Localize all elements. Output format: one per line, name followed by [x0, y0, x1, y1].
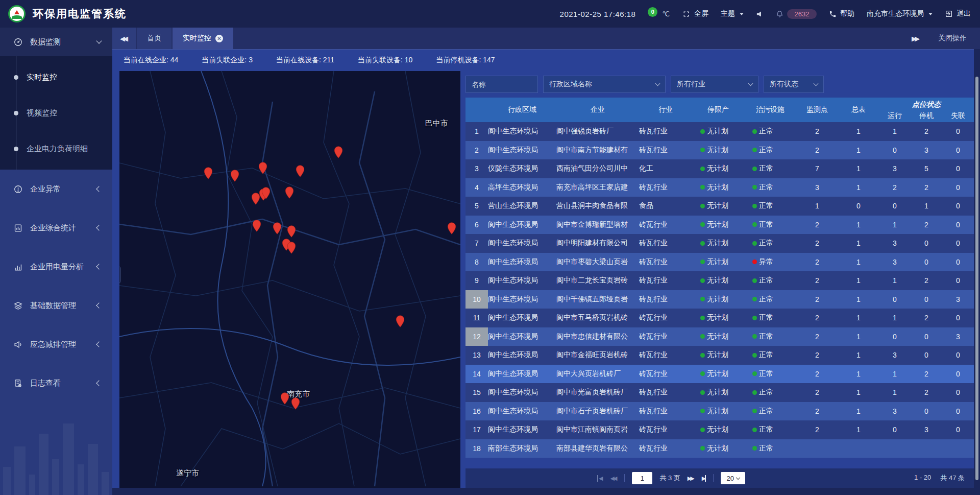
- fullscreen-button[interactable]: 全屏: [682, 9, 708, 18]
- table-row[interactable]: 17阆中生态环境局阆中市江南镇阆南页岩砖瓦行业无计划正常21030: [465, 420, 974, 439]
- status-dot-icon: [700, 241, 705, 246]
- sidebar-item-7[interactable]: 日志查看: [0, 364, 112, 403]
- sidebar-item-6[interactable]: 应急减排管理: [0, 325, 112, 364]
- temperature-widget: 0 ℃: [648, 10, 670, 18]
- points-cell: 2: [796, 388, 838, 396]
- facility-status-cell: 正常: [744, 127, 796, 136]
- last-page-button[interactable]: ▶: [702, 475, 706, 482]
- facility-status-label: 正常: [759, 425, 773, 434]
- company-cell: 阆中市石子页岩机砖厂: [556, 407, 639, 416]
- facility-status-cell: 正常: [744, 146, 796, 155]
- sidebar-item-1[interactable]: 数据监测: [0, 28, 112, 56]
- table-row[interactable]: 2阆中生态环境局阆中市南方节能建材有砖瓦行业无计划正常21030: [465, 141, 974, 160]
- table-row[interactable]: 9阆中生态环境局阆中市二龙长宝页岩砖砖瓦行业无计划正常21120: [465, 271, 974, 290]
- run-count-cell: 1: [879, 314, 911, 322]
- row-index-cell: 8: [465, 253, 488, 272]
- sidebar-item-5[interactable]: 基础数据管理: [0, 286, 112, 325]
- facility-status-label: 正常: [759, 295, 773, 304]
- org-dropdown[interactable]: 南充市生态环境局: [867, 9, 933, 18]
- map-pin-icon[interactable]: [230, 170, 239, 184]
- table-row[interactable]: 3仪陇生态环境局西南油气田分公司川中化工无计划正常71350: [465, 159, 974, 178]
- close-icon[interactable]: ✕: [215, 35, 223, 42]
- map-pin-icon[interactable]: [273, 222, 282, 237]
- sidebar-subitem[interactable]: 视频监控: [0, 95, 112, 131]
- map-pin-icon[interactable]: [296, 165, 305, 179]
- map-pin-icon[interactable]: [291, 397, 300, 412]
- help-button[interactable]: 帮助: [829, 9, 854, 18]
- name-filter-input[interactable]: [472, 80, 532, 88]
- map-pin-icon[interactable]: [448, 222, 456, 237]
- sound-toggle-button[interactable]: [756, 10, 764, 18]
- sidebar-subitem-label: 视频监控: [27, 108, 57, 118]
- facility-status-label: 正常: [759, 201, 773, 210]
- stop-count-cell: 0: [911, 258, 942, 266]
- alert-icon: [13, 184, 23, 194]
- tab-home[interactable]: 首页: [137, 28, 172, 49]
- region-cell: 阆中生态环境局: [488, 146, 556, 155]
- theme-dropdown[interactable]: 主题: [721, 9, 744, 18]
- table-row[interactable]: 11阆中生态环境局阆中市五马桥页岩机砖砖瓦行业无计划正常21120: [465, 309, 974, 327]
- points-cell: 7: [796, 164, 838, 173]
- page-size-select[interactable]: 20: [721, 472, 745, 484]
- limit-status-cell: 无计划: [692, 257, 744, 267]
- region-cell: 阆中生态环境局: [488, 388, 556, 397]
- facility-status-cell: 异常: [744, 257, 796, 267]
- sidebar-subitem[interactable]: 实时监控: [0, 59, 112, 95]
- stop-count-cell: 2: [911, 183, 942, 192]
- logout-button[interactable]: 退出: [945, 9, 971, 18]
- industry-cell: 砖瓦行业: [639, 276, 692, 285]
- table-row[interactable]: 15阆中生态环境局阆中市光富页岩机砖厂砖瓦行业无计划正常21120: [465, 383, 974, 402]
- map-pin-icon[interactable]: [252, 220, 261, 234]
- map-pin-icon[interactable]: [204, 167, 212, 181]
- table-row[interactable]: 13阆中生态环境局阆中市金福旺页岩机砖砖瓦行业无计划正常21300: [465, 346, 974, 365]
- facility-status-label: 正常: [759, 276, 773, 285]
- table-row[interactable]: 5营山生态环境局营山县润丰肉食品有限食品无计划正常10010: [465, 197, 974, 216]
- map-pin-icon[interactable]: [287, 242, 296, 256]
- tab-realtime-monitor[interactable]: 实时监控 ✕: [173, 28, 233, 49]
- meters-cell: 1: [838, 314, 879, 322]
- page-scrollbar[interactable]: [975, 77, 978, 480]
- notification-widget[interactable]: 2632: [776, 9, 817, 19]
- table-row[interactable]: 14阆中生态环境局阆中大兴页岩机砖厂砖瓦行业无计划正常21120: [465, 365, 974, 384]
- table-row[interactable]: 16阆中生态环境局阆中市石子页岩机砖厂砖瓦行业无计划正常21300: [465, 402, 974, 421]
- map-pin-icon[interactable]: [285, 186, 294, 201]
- limit-status-label: 无计划: [707, 407, 728, 416]
- map-collapse-button[interactable]: [119, 266, 121, 284]
- sidebar-item-2[interactable]: 企业异常: [0, 170, 112, 208]
- region-filter-select[interactable]: 行政区域名称: [543, 76, 666, 93]
- table-row[interactable]: 8阆中生态环境局阆中市枣碧大梁山页岩砖瓦行业无计划异常21300: [465, 253, 974, 272]
- sidebar-item-label: 企业综合统计: [30, 223, 76, 233]
- sidebar-item-4[interactable]: 企业用电量分析: [0, 247, 112, 286]
- limit-status-label: 无计划: [707, 201, 728, 210]
- table-row[interactable]: 6阆中生态环境局阆中市金博瑞新型墙材砖瓦行业无计划正常21120: [465, 216, 974, 234]
- next-page-button[interactable]: ▶▶: [688, 475, 695, 482]
- status-filter-select[interactable]: 所有状态: [764, 76, 824, 93]
- table-row[interactable]: 18南部生态环境局南部县建华页岩有限公砖瓦行业无计划正常: [465, 439, 974, 458]
- status-dot-icon: [752, 390, 757, 395]
- industry-filter-select[interactable]: 所有行业: [671, 76, 758, 93]
- prev-page-button[interactable]: ◀◀: [610, 475, 617, 482]
- map-pin-icon[interactable]: [396, 315, 404, 329]
- tabs-scroll-left-button[interactable]: ◀◀: [112, 28, 136, 49]
- table-row[interactable]: 10阆中生态环境局阆中千佛镇五郎垭页岩砖瓦行业无计划正常21003: [465, 290, 974, 309]
- table-row[interactable]: 7阆中生态环境局阆中明阳建材有限公司砖瓦行业无计划正常21300: [465, 234, 974, 253]
- first-page-button[interactable]: ◀: [597, 475, 603, 482]
- facility-status-label: 正常: [759, 444, 773, 453]
- map-pin-icon[interactable]: [287, 225, 296, 240]
- sidebar-subitem[interactable]: 企业电力负荷明细: [0, 131, 112, 167]
- sidebar-item-3[interactable]: 企业综合统计: [0, 208, 112, 247]
- map-pin-icon[interactable]: [258, 162, 267, 176]
- table-row[interactable]: 4高坪生态环境局南充市高坪区王家店建砖瓦行业无计划正常31220: [465, 178, 974, 197]
- tabs-scroll-right-button[interactable]: ▶▶: [912, 35, 920, 42]
- table-row[interactable]: 1阆中生态环境局阆中强锐页岩砖厂砖瓦行业无计划正常21120: [465, 122, 974, 141]
- name-filter-field[interactable]: [465, 76, 538, 93]
- page-number-input[interactable]: [632, 472, 652, 484]
- map-canvas[interactable]: 巴中市南充市遂宁市: [119, 71, 460, 488]
- region-cell: 阆中生态环境局: [488, 276, 556, 285]
- lost-count-cell: 0: [942, 426, 974, 434]
- map-pin-icon[interactable]: [334, 146, 342, 160]
- map-pin-icon[interactable]: [262, 187, 271, 201]
- table-row[interactable]: 12阆中生态环境局阆中市忠信建材有限公砖瓦行业无计划正常21003: [465, 327, 974, 346]
- map-pin-icon[interactable]: [280, 392, 289, 407]
- close-operations-button[interactable]: 关闭操作: [938, 34, 967, 43]
